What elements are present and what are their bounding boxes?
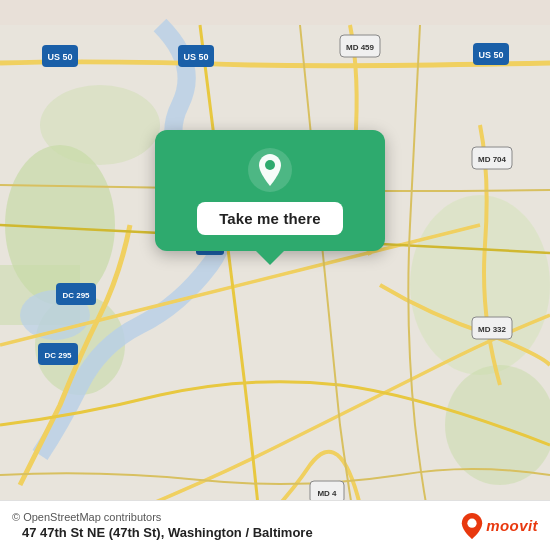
svg-point-6 [40, 85, 160, 165]
svg-text:US 50: US 50 [183, 52, 208, 62]
moovit-text: moovit [486, 517, 538, 534]
moovit-pin-icon [461, 513, 483, 539]
svg-text:US 50: US 50 [478, 50, 503, 60]
map-container: US 50 US 50 US 50 MD 459 MD 704 MD 332 M… [0, 0, 550, 550]
moovit-logo: moovit [461, 513, 538, 539]
location-pin-icon [248, 148, 292, 192]
location-info: 47 47th St NE (47th St), Washington / Ba… [22, 525, 453, 540]
svg-text:MD 4: MD 4 [317, 489, 337, 498]
take-me-there-button[interactable]: Take me there [197, 202, 343, 235]
svg-text:MD 459: MD 459 [346, 43, 375, 52]
svg-point-4 [410, 195, 550, 375]
svg-text:US 50: US 50 [47, 52, 72, 62]
svg-text:MD 704: MD 704 [478, 155, 507, 164]
svg-text:DC 295: DC 295 [44, 351, 72, 360]
svg-text:MD 332: MD 332 [478, 325, 507, 334]
svg-text:DC 295: DC 295 [62, 291, 90, 300]
svg-point-29 [265, 160, 275, 170]
bottom-bar: © OpenStreetMap contributors 47 47th St … [0, 500, 550, 550]
osm-attribution: © OpenStreetMap contributors [12, 511, 453, 523]
svg-point-30 [467, 518, 476, 527]
popup-card: Take me there [155, 130, 385, 251]
